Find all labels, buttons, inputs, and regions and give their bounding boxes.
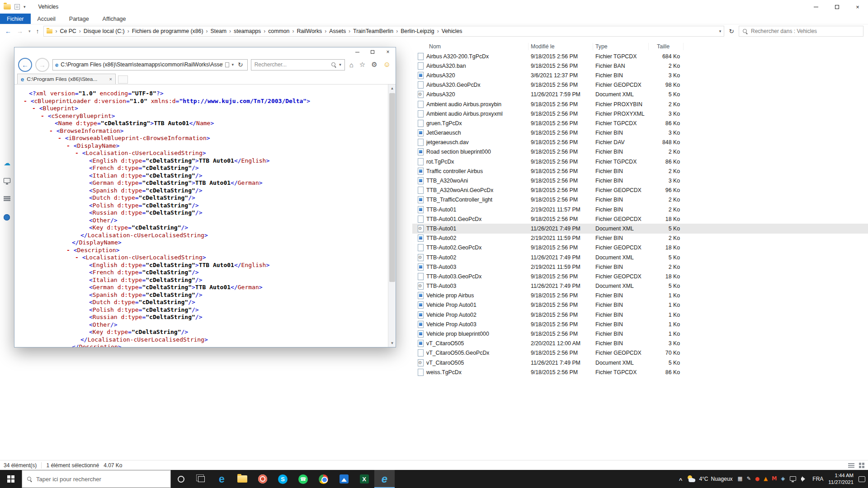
breadcrumb-chevron-icon[interactable]: › <box>436 28 440 34</box>
file-row[interactable]: rot.TgPcDx9/18/2015 2:56 PMFichier TGPCD… <box>412 157 868 166</box>
xml-collapse-marker[interactable]: - <box>75 254 79 261</box>
settings-gear-icon[interactable]: ⚙ <box>370 61 378 69</box>
tray-gmail-icon[interactable]: M <box>772 476 777 482</box>
ie-close-button[interactable]: × <box>380 47 396 56</box>
feedback-smiley-icon[interactable]: ☺ <box>382 61 392 69</box>
recent-locations-chevron-icon[interactable]: ▾ <box>27 29 32 33</box>
breadcrumb-chevron-icon[interactable]: › <box>323 28 328 34</box>
file-row[interactable]: TTB_TrafficController_light9/18/2015 2:5… <box>412 195 868 205</box>
volume-icon[interactable] <box>801 476 807 482</box>
tab-fichier[interactable]: Fichier <box>0 14 31 24</box>
task-view-button[interactable] <box>191 470 212 488</box>
start-button[interactable] <box>0 470 22 488</box>
breadcrumb-item[interactable]: steamapps <box>232 28 262 34</box>
search-dropdown-chevron-icon[interactable]: ▾ <box>339 62 341 67</box>
home-icon[interactable]: ⌂ <box>348 61 355 69</box>
favorites-star-icon[interactable]: ☆ <box>358 61 367 69</box>
xml-collapse-marker[interactable]: - <box>41 113 44 119</box>
libraries-icon[interactable] <box>4 196 10 201</box>
file-row[interactable]: Airbus A320-200.TgPcDx9/18/2015 2:56 PMF… <box>412 52 868 61</box>
breadcrumb-item[interactable]: common <box>267 28 291 34</box>
ie-search-box[interactable]: Rechercher... ▾ <box>251 59 345 70</box>
breadcrumb-item[interactable]: TrainTeamBerlin <box>352 28 395 34</box>
onedrive-icon[interactable]: ☁ <box>4 159 10 167</box>
explorer-search-box[interactable]: Rechercher dans : Vehicles <box>739 26 863 37</box>
folder-properties-icon[interactable] <box>14 4 20 9</box>
file-row[interactable]: vT_CitaroO5052/20/2021 12:00 AMFichier B… <box>412 339 868 348</box>
breadcrumb-chevron-icon[interactable]: › <box>205 28 209 34</box>
breadcrumb-chevron-icon[interactable]: › <box>54 28 59 34</box>
file-row[interactable]: TTB-Auto01.GeoPcDx9/18/2015 2:56 PMFichi… <box>412 214 868 224</box>
network-globe-icon[interactable] <box>4 214 10 221</box>
file-row[interactable]: Ambient audio Airbus.proxybin9/18/2015 2… <box>412 99 868 109</box>
up-button[interactable]: ↑ <box>35 28 41 34</box>
column-header-type[interactable]: Type <box>593 43 649 50</box>
compatibility-view-icon[interactable] <box>225 62 229 67</box>
network-icon[interactable] <box>790 476 796 481</box>
file-row[interactable]: Ambient audio Airbus.proxyxml9/18/2015 2… <box>412 109 868 118</box>
photos-taskbar-button[interactable] <box>334 470 354 488</box>
ie-refresh-icon[interactable]: ↻ <box>236 61 245 68</box>
file-row[interactable]: vT_CitaroO505.GeoPcDx9/18/2015 2:56 PMFi… <box>412 348 868 358</box>
column-header-size[interactable]: Taille <box>649 43 684 50</box>
file-row[interactable]: TTB_A320woAni.GeoPcDx9/18/2015 2:56 PMFi… <box>412 186 868 195</box>
action-center-icon[interactable] <box>859 476 865 482</box>
vertical-scrollbar[interactable]: ▲ ▼ <box>388 84 396 347</box>
breadcrumb-item[interactable]: Disque local (C:) <box>82 28 126 34</box>
ie-tab-close-icon[interactable]: × <box>109 76 112 82</box>
address-dropdown-chevron-icon[interactable]: ▾ <box>719 29 722 33</box>
tab-partage[interactable]: Partage <box>62 14 96 24</box>
column-header-name[interactable]: Nom <box>412 43 528 50</box>
hidden-icons-chevron-icon[interactable]: ^ <box>679 477 683 483</box>
file-row[interactable]: AirbusA3203/6/2021 12:37 PMFichier BIN3 … <box>412 70 868 80</box>
file-row[interactable]: TTB-Auto022/19/2021 11:59 PMFichier BIN2… <box>412 234 868 243</box>
address-autocomplete-chevron-icon[interactable]: ▾ <box>231 62 234 67</box>
breadcrumb-chevron-icon[interactable]: › <box>126 28 131 34</box>
this-pc-icon[interactable] <box>4 178 10 183</box>
xml-collapse-marker[interactable]: - <box>24 98 27 104</box>
ie-minimize-button[interactable] <box>349 47 365 56</box>
qat-customize-chevron-icon[interactable]: ▾ <box>24 5 26 9</box>
refresh-icon[interactable]: ↻ <box>727 28 736 35</box>
file-row[interactable]: Vehicle Prop Auto029/18/2015 2:56 PMFich… <box>412 310 868 319</box>
breadcrumb-item[interactable]: Ce PC <box>59 28 78 34</box>
file-row[interactable]: Vehicle Prop Auto019/18/2015 2:56 PMFich… <box>412 300 868 310</box>
ie-tab[interactable]: e C:\Program Files (x86)\Stea... × <box>17 74 116 84</box>
file-row[interactable]: Vehicle prop blueprint0009/18/2015 2:56 … <box>412 329 868 338</box>
language-indicator[interactable]: FRA <box>812 476 823 482</box>
tab-accueil[interactable]: Accueil <box>31 14 62 24</box>
breadcrumb-item[interactable]: Fichiers de programme (x86) <box>131 28 205 34</box>
close-button[interactable]: × <box>847 0 868 14</box>
file-row[interactable]: weiss.TgPcDx9/18/2015 2:56 PMFichier TGP… <box>412 367 868 377</box>
file-row[interactable]: gruen.TgPcDx9/18/2015 2:56 PMFichier TGP… <box>412 118 868 128</box>
weather-widget[interactable]: 4°C Nuageux <box>687 475 732 483</box>
breadcrumb-chevron-icon[interactable]: › <box>347 28 352 34</box>
ie-taskbar-button[interactable]: e <box>374 470 395 488</box>
xml-collapse-marker[interactable]: - <box>75 150 79 156</box>
breadcrumb-item[interactable]: Assets <box>328 28 347 34</box>
red-app-taskbar-button[interactable] <box>252 470 273 488</box>
whatsapp-taskbar-button[interactable]: ☎ <box>293 470 313 488</box>
file-explorer-taskbar-button[interactable] <box>232 470 252 488</box>
xml-collapse-marker[interactable]: - <box>66 247 70 253</box>
file-row[interactable]: Road section blueprint0009/18/2015 2:56 … <box>412 147 868 157</box>
xml-collapse-marker[interactable]: - <box>58 135 61 141</box>
file-row[interactable]: AirbusA320.ban9/18/2015 2:56 PMFichier B… <box>412 61 868 70</box>
file-row[interactable]: AirbusA32011/26/2021 7:59 PMDocument XML… <box>412 90 868 99</box>
file-row[interactable]: JetGeraeusch9/18/2015 2:56 PMFichier BIN… <box>412 128 868 138</box>
xml-collapse-marker[interactable]: - <box>66 142 70 149</box>
ie-forward-button[interactable]: → <box>35 58 49 72</box>
tray-pen-icon[interactable]: ✎ <box>746 476 751 482</box>
column-header-modified[interactable]: Modifié le <box>528 43 593 50</box>
file-row[interactable]: Vehicle Prop Auto039/18/2015 2:56 PMFich… <box>412 319 868 329</box>
scroll-up-arrow-icon[interactable]: ▲ <box>388 84 396 92</box>
breadcrumb-chevron-icon[interactable]: › <box>228 28 232 34</box>
tray-grid-app-icon[interactable]: ▦ <box>738 476 743 482</box>
file-row[interactable]: jetgeraeusch.dav9/18/2015 2:56 PMFichier… <box>412 138 868 147</box>
ie-back-button[interactable]: ← <box>18 58 32 72</box>
breadcrumb-item[interactable]: Vehicles <box>440 28 464 34</box>
file-row[interactable]: TTB-Auto012/19/2021 11:57 PMFichier BIN2… <box>412 205 868 214</box>
skype-taskbar-button[interactable]: S <box>273 470 293 488</box>
tab-affichage[interactable]: Affichage <box>96 14 133 24</box>
ie-maximize-button[interactable] <box>365 47 380 56</box>
